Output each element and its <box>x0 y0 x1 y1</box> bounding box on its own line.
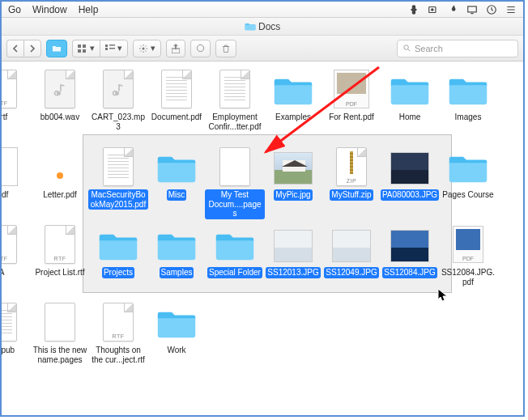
folder-toolbar-icon[interactable] <box>46 40 67 57</box>
file-item[interactable]: PDFSS12084.JPG.pdf <box>439 220 497 298</box>
file-icon <box>157 225 196 264</box>
file-item[interactable]: RTFA <box>2 220 31 298</box>
file-item[interactable]: Projects <box>89 220 147 298</box>
file-icon <box>99 225 138 264</box>
file-label: For Rent.pdf <box>327 112 376 123</box>
file-icon <box>99 70 138 108</box>
file-label: Pages Course <box>441 189 495 201</box>
file-icon <box>40 70 79 108</box>
file-item[interactable]: .pdf <box>2 142 31 220</box>
file-item[interactable]: Work <box>147 298 206 375</box>
file-item[interactable]: RTFThoughts on the cur...ject.rtf <box>89 298 147 375</box>
svg-rect-7 <box>83 49 86 53</box>
file-item[interactable]: RTFProject List.rtf <box>31 220 89 298</box>
file-icon <box>449 70 488 108</box>
file-label: r.rtf <box>2 112 9 123</box>
view-icons-button[interactable]: ▾ <box>72 40 100 57</box>
svg-rect-10 <box>105 48 108 50</box>
file-label: Misc <box>167 189 187 201</box>
file-item[interactable]: Images <box>439 65 497 142</box>
file-item[interactable]: Document.pdf <box>147 65 206 142</box>
file-item[interactable]: PA080003.JPG <box>381 142 439 220</box>
file-icon: PDF <box>332 70 371 108</box>
svg-rect-11 <box>109 48 115 49</box>
nav-back-forward <box>6 40 41 57</box>
file-item[interactable]: Special Folder <box>206 220 264 298</box>
file-icon <box>332 225 371 264</box>
file-label: Project List.rtf <box>33 267 86 278</box>
file-label: Letter.pdf <box>41 189 79 201</box>
file-label: MyPic.jpg <box>274 189 312 201</box>
file-icon <box>215 147 254 186</box>
file-label: SS12084.JPG.pdf <box>438 267 498 287</box>
search-field[interactable]: Search <box>397 40 518 57</box>
rec-icon[interactable] <box>428 4 439 15</box>
file-label: SS12013.JPG <box>266 267 320 278</box>
file-item[interactable]: MacSecurityBookMay2015.pdf <box>89 142 147 220</box>
file-icon <box>157 70 196 108</box>
back-button[interactable] <box>6 40 23 57</box>
file-item[interactable]: Misc <box>147 142 206 220</box>
window-title: Docs <box>258 21 280 32</box>
file-label: .pdf <box>2 189 10 201</box>
file-label: This is the new name.pages <box>31 345 89 365</box>
file-icon <box>215 70 254 108</box>
trash-button[interactable] <box>215 40 236 57</box>
window-titlebar: Docs <box>2 18 523 36</box>
file-item[interactable]: RTFr.rtf <box>2 65 31 142</box>
file-icon <box>274 147 313 186</box>
file-item[interactable]: bb004.wav <box>31 65 89 142</box>
file-item[interactable]: SS12049.JPG <box>322 220 381 298</box>
file-item[interactable]: Samples <box>147 220 206 298</box>
file-item[interactable]: cal pub <box>2 298 31 375</box>
file-label: A <box>2 267 6 278</box>
file-icon <box>390 225 429 264</box>
file-icon: RTF <box>40 225 79 264</box>
file-item[interactable]: Home <box>381 65 439 142</box>
list-icon[interactable] <box>505 4 517 15</box>
search-icon <box>402 44 411 53</box>
flame-icon[interactable] <box>447 4 458 15</box>
file-item[interactable]: ZIPMyStuff.zip <box>322 142 381 220</box>
file-item[interactable]: My Test Docum....pages <box>206 142 264 220</box>
file-icon <box>215 225 254 264</box>
file-label: My Test Docum....pages <box>205 189 265 219</box>
file-label: CART_023.mp3 <box>88 112 148 132</box>
file-label: Images <box>453 112 483 123</box>
display-icon[interactable] <box>466 4 478 15</box>
file-item[interactable]: SS12084.JPG <box>381 220 439 298</box>
file-item[interactable]: Pages Course <box>439 142 497 220</box>
file-item[interactable]: PDFFor Rent.pdf <box>322 65 381 142</box>
forward-button[interactable] <box>23 40 41 57</box>
action-button[interactable]: ▾ <box>133 40 161 57</box>
file-icon <box>157 303 196 342</box>
file-label: Examples <box>274 112 313 123</box>
file-icon <box>274 225 313 264</box>
file-icon: PDF <box>449 225 488 264</box>
file-label: Thoughts on the cur...ject.rtf <box>89 345 147 365</box>
file-icon <box>157 147 196 186</box>
file-label: PA080003.JPG <box>381 189 439 201</box>
file-item[interactable]: Examples <box>264 65 322 142</box>
folder-icon <box>245 22 256 31</box>
file-icon <box>99 147 138 186</box>
view-group-button[interactable]: ▾ <box>100 40 128 57</box>
file-icon <box>274 70 313 108</box>
file-item[interactable]: SS12013.JPG <box>264 220 322 298</box>
menu-window[interactable]: Window <box>32 4 67 15</box>
share-button[interactable] <box>166 40 185 57</box>
svg-rect-6 <box>78 49 81 53</box>
menu-help[interactable]: Help <box>79 4 99 15</box>
file-item[interactable]: MyPic.jpg <box>264 142 322 220</box>
menu-go[interactable]: Go <box>8 4 21 15</box>
fan-icon[interactable] <box>408 4 419 15</box>
svg-point-14 <box>198 45 204 51</box>
clock-icon[interactable] <box>486 4 497 15</box>
file-item[interactable]: CART_023.mp3 <box>89 65 147 142</box>
file-item[interactable]: Employment Confir...tter.pdf <box>206 65 264 142</box>
file-grid[interactable]: RTFr.rtfbb004.wavCART_023.mp3Document.pd… <box>2 62 523 415</box>
tags-button[interactable] <box>190 40 211 57</box>
file-label: MyStuff.zip <box>330 189 373 201</box>
file-item[interactable]: Letter.pdf <box>31 142 89 220</box>
file-item[interactable]: This is the new name.pages <box>31 298 89 375</box>
